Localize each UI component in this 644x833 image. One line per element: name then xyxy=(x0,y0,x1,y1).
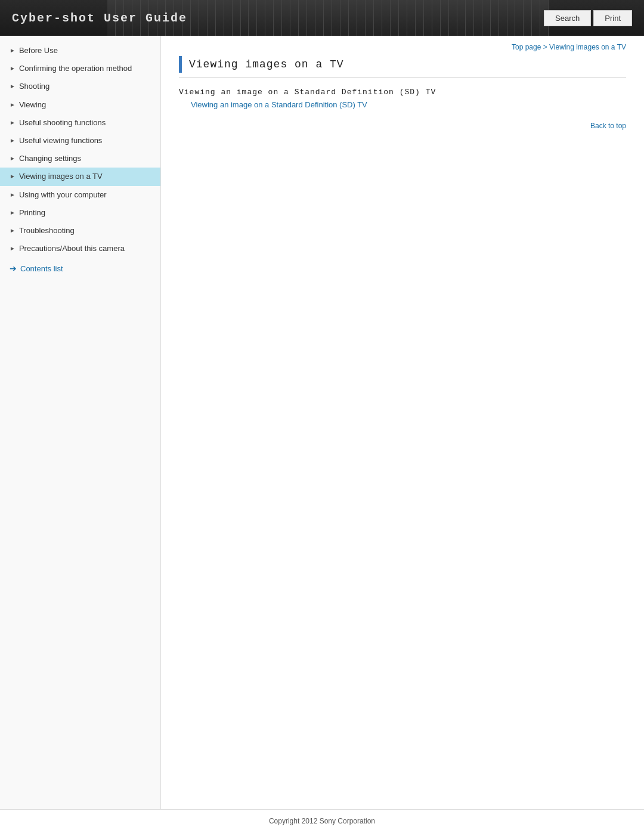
arrow-icon: ► xyxy=(10,227,16,235)
sidebar-item-useful-shooting[interactable]: ► Useful shooting functions xyxy=(0,114,160,132)
sidebar-item-using-computer[interactable]: ► Using with your computer xyxy=(0,186,160,204)
back-to-top: Back to top xyxy=(179,121,626,130)
arrow-icon: ► xyxy=(10,244,16,253)
breadcrumb-top-page[interactable]: Top page xyxy=(512,43,541,51)
footer: Copyright 2012 Sony Corporation xyxy=(0,809,644,832)
header-buttons: Search Print xyxy=(544,10,632,26)
sidebar-item-viewing-tv[interactable]: ► Viewing images on a TV xyxy=(0,168,160,185)
app-title: Cyber-shot User Guide xyxy=(12,11,187,25)
content-heading: Viewing an image on a Standard Definitio… xyxy=(179,88,626,97)
breadcrumb-separator: > xyxy=(541,43,549,51)
arrow-icon: ► xyxy=(10,47,16,55)
main-layout: ► Before Use ► Confirming the operation … xyxy=(0,36,644,809)
content-link-sd-tv[interactable]: Viewing an image on a Standard Definitio… xyxy=(179,100,626,109)
header: Cyber-shot User Guide Search Print xyxy=(0,0,644,36)
copyright-text: Copyright 2012 Sony Corporation xyxy=(269,817,375,825)
page-title: Viewing images on a TV xyxy=(189,58,344,70)
content-section: Viewing an image on a Standard Definitio… xyxy=(179,88,626,109)
sidebar-item-precautions[interactable]: ► Precautions/About this camera xyxy=(0,240,160,258)
sidebar-item-before-use[interactable]: ► Before Use xyxy=(0,42,160,60)
print-button[interactable]: Print xyxy=(593,10,632,26)
main-content: Top page > Viewing images on a TV Viewin… xyxy=(161,36,644,809)
sidebar-item-changing-settings[interactable]: ► Changing settings xyxy=(0,150,160,168)
arrow-icon: ► xyxy=(10,137,16,145)
arrow-icon: ► xyxy=(10,209,16,217)
sidebar: ► Before Use ► Confirming the operation … xyxy=(0,36,161,809)
arrow-icon: ► xyxy=(10,101,16,109)
arrow-icon: ► xyxy=(10,119,16,127)
search-button[interactable]: Search xyxy=(544,10,591,26)
contents-list-arrow-icon: ➔ xyxy=(10,264,17,273)
sidebar-item-printing[interactable]: ► Printing xyxy=(0,204,160,222)
arrow-icon: ► xyxy=(10,191,16,199)
sidebar-item-shooting[interactable]: ► Shooting xyxy=(0,78,160,95)
breadcrumb-current: Viewing images on a TV xyxy=(549,43,626,51)
page-title-bar xyxy=(179,56,182,73)
arrow-icon: ► xyxy=(10,172,16,181)
sidebar-item-useful-viewing[interactable]: ► Useful viewing functions xyxy=(0,132,160,150)
back-to-top-link[interactable]: Back to top xyxy=(590,122,626,130)
contents-list-link[interactable]: ➔ Contents list xyxy=(0,258,160,279)
sidebar-item-confirming[interactable]: ► Confirming the operation method xyxy=(0,60,160,78)
arrow-icon: ► xyxy=(10,64,16,73)
page-title-container: Viewing images on a TV xyxy=(179,56,626,78)
sidebar-item-troubleshooting[interactable]: ► Troubleshooting xyxy=(0,222,160,240)
arrow-icon: ► xyxy=(10,82,16,91)
breadcrumb: Top page > Viewing images on a TV xyxy=(179,36,626,56)
sidebar-item-viewing[interactable]: ► Viewing xyxy=(0,96,160,114)
arrow-icon: ► xyxy=(10,154,16,163)
